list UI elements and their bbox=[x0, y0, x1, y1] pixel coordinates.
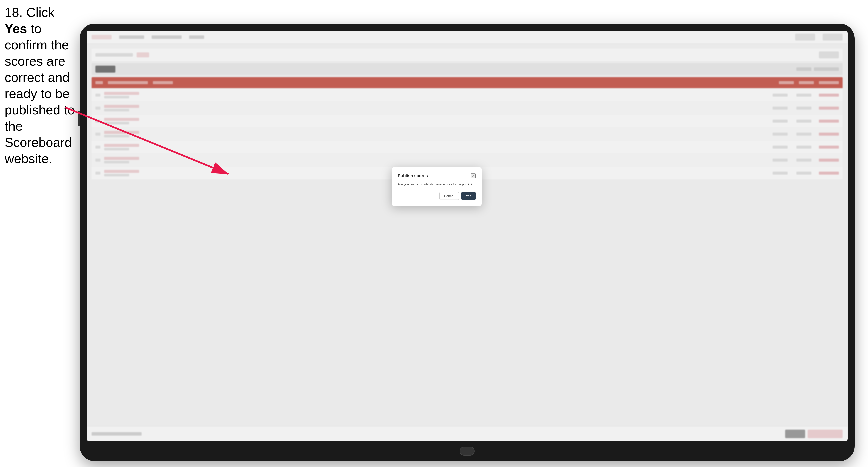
row-score-1 bbox=[773, 172, 788, 175]
name-primary bbox=[104, 131, 139, 134]
row-number bbox=[95, 107, 100, 110]
row-number bbox=[95, 94, 100, 97]
row-score-1 bbox=[773, 94, 788, 97]
row-score-2 bbox=[797, 133, 811, 136]
tablet-side-button bbox=[78, 111, 80, 126]
bottom-action-bar bbox=[87, 426, 848, 441]
th-score bbox=[779, 81, 794, 84]
row-score-1 bbox=[773, 133, 788, 136]
nav-item-3 bbox=[189, 35, 204, 39]
page-title-bar bbox=[95, 53, 133, 57]
name-secondary bbox=[104, 161, 129, 163]
nav-button-1 bbox=[795, 34, 815, 41]
name-primary bbox=[104, 105, 139, 108]
table-row bbox=[92, 167, 843, 180]
back-button bbox=[785, 430, 805, 438]
table-row bbox=[92, 89, 843, 102]
filter-value bbox=[814, 67, 839, 71]
row-score-2 bbox=[797, 107, 811, 110]
tablet-device: Publish scores × Are you ready to publis… bbox=[80, 24, 855, 461]
row-name-cell bbox=[104, 105, 769, 112]
row-total bbox=[819, 133, 839, 136]
row-number bbox=[95, 133, 100, 136]
row-score-2 bbox=[797, 172, 811, 175]
table-row bbox=[92, 141, 843, 154]
row-total bbox=[819, 120, 839, 123]
row-score-2 bbox=[797, 159, 811, 162]
content-header bbox=[92, 49, 843, 61]
row-number bbox=[95, 172, 100, 175]
row-number bbox=[95, 120, 100, 123]
publish-button bbox=[808, 430, 843, 438]
app-background bbox=[87, 31, 848, 441]
table-row bbox=[92, 128, 843, 141]
name-primary bbox=[104, 170, 139, 173]
row-name-cell bbox=[104, 92, 769, 98]
row-total bbox=[819, 146, 839, 149]
th-num bbox=[95, 81, 103, 84]
name-secondary bbox=[104, 109, 129, 112]
tablet-home-button[interactable] bbox=[460, 447, 475, 456]
th-total bbox=[819, 81, 839, 84]
step-number: 18. bbox=[4, 5, 23, 20]
table-row bbox=[92, 115, 843, 128]
row-name-cell bbox=[104, 157, 769, 163]
name-secondary bbox=[104, 174, 129, 177]
app-content bbox=[87, 44, 848, 185]
row-total bbox=[819, 172, 839, 175]
row-score-1 bbox=[773, 120, 788, 123]
row-number bbox=[95, 146, 100, 149]
row-name-cell bbox=[104, 118, 769, 125]
yes-emphasis: Yes bbox=[4, 22, 27, 36]
status-badge bbox=[136, 53, 149, 58]
row-number bbox=[95, 159, 100, 162]
row-name-cell bbox=[104, 144, 769, 151]
filter-label bbox=[797, 67, 811, 71]
th-rank bbox=[799, 81, 814, 84]
table-row bbox=[92, 154, 843, 167]
table-header bbox=[92, 77, 843, 88]
row-score-1 bbox=[773, 107, 788, 110]
table-row bbox=[92, 102, 843, 115]
screen-wrapper: Publish scores × Are you ready to publis… bbox=[87, 31, 848, 441]
row-score-2 bbox=[797, 120, 811, 123]
action-button bbox=[95, 66, 115, 73]
row-name-cell bbox=[104, 131, 769, 137]
name-secondary bbox=[104, 122, 129, 125]
name-secondary bbox=[104, 148, 129, 151]
name-secondary bbox=[104, 96, 129, 98]
row-total bbox=[819, 159, 839, 162]
th-name bbox=[108, 81, 148, 84]
row-score-2 bbox=[797, 94, 811, 97]
name-primary bbox=[104, 118, 139, 121]
nav-item-2 bbox=[152, 35, 182, 39]
table-body bbox=[92, 89, 843, 180]
header-btn bbox=[819, 52, 839, 59]
name-primary bbox=[104, 157, 139, 160]
name-secondary bbox=[104, 135, 129, 137]
row-total bbox=[819, 107, 839, 110]
nav-item-1 bbox=[119, 35, 144, 39]
nav-logo bbox=[92, 35, 112, 39]
name-primary bbox=[104, 144, 139, 147]
row-total bbox=[819, 94, 839, 97]
nav-button-2 bbox=[823, 34, 843, 41]
click-prefix: Click bbox=[23, 5, 54, 20]
row-score-1 bbox=[773, 159, 788, 162]
name-primary bbox=[104, 92, 139, 95]
app-container bbox=[87, 31, 848, 441]
tablet-screen: Publish scores × Are you ready to publis… bbox=[87, 31, 848, 441]
row-score-2 bbox=[797, 146, 811, 149]
th-team bbox=[153, 81, 173, 84]
bottom-label bbox=[92, 432, 142, 436]
row-score-1 bbox=[773, 146, 788, 149]
app-navbar bbox=[87, 31, 848, 44]
instruction-suffix: to confirm the scores are correct and re… bbox=[4, 22, 74, 166]
instruction-text: 18. Click Yes to confirm the scores are … bbox=[4, 4, 77, 167]
action-row bbox=[92, 63, 843, 75]
row-name-cell bbox=[104, 170, 769, 177]
